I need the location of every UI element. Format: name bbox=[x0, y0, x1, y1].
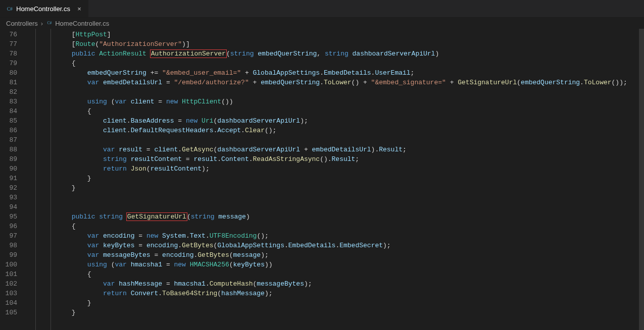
code-line[interactable]: var messageBytes = encoding.GetBytes(mes… bbox=[24, 250, 627, 260]
line-number: 79 bbox=[0, 59, 17, 68]
line-number: 95 bbox=[0, 212, 17, 222]
line-number: 82 bbox=[0, 87, 17, 97]
code-line[interactable]: [Route("AuthorizationServer")] bbox=[24, 39, 627, 49]
line-number: 87 bbox=[0, 135, 17, 145]
code-line[interactable]: { bbox=[24, 269, 627, 279]
line-number: 77 bbox=[0, 39, 17, 49]
line-number: 96 bbox=[0, 222, 17, 231]
code-line[interactable]: using (var hmacsha1 = new HMACSHA256(key… bbox=[24, 260, 627, 269]
line-number: 83 bbox=[0, 97, 17, 106]
line-number: 78 bbox=[0, 49, 17, 59]
tab-homecontroller[interactable]: C# HomeController.cs × bbox=[0, 0, 89, 17]
code-area[interactable]: [HttpPost] [Route("AuthorizationServer")… bbox=[24, 29, 627, 330]
breadcrumb-seg-controllers[interactable]: Controllers bbox=[6, 20, 38, 27]
close-icon[interactable]: × bbox=[75, 5, 83, 13]
code-line[interactable]: return Json(resultContent); bbox=[24, 164, 627, 174]
line-number: 94 bbox=[0, 202, 17, 212]
code-line[interactable]: using (var client = new HttpClient()) bbox=[24, 97, 627, 106]
line-number: 102 bbox=[0, 279, 17, 289]
code-line[interactable]: public ActionResult AuthorizationServer(… bbox=[24, 49, 627, 59]
line-number: 85 bbox=[0, 116, 17, 126]
breadcrumb: Controllers › C# HomeController.cs bbox=[0, 18, 644, 29]
code-line[interactable]: public string GetSignatureUrl(string mes… bbox=[24, 212, 627, 222]
tab-bar: C# HomeController.cs × bbox=[0, 0, 644, 18]
code-line[interactable]: } bbox=[24, 308, 627, 317]
line-number: 100 bbox=[0, 260, 17, 269]
code-line[interactable]: { bbox=[24, 106, 627, 116]
code-line[interactable]: embedQuerString += "&embed_user_email=" … bbox=[24, 68, 627, 78]
highlight-box: AuthorizationServer bbox=[150, 49, 227, 58]
code-line[interactable]: var hashMessage = hmacsha1.ComputeHash(m… bbox=[24, 279, 627, 289]
csharp-file-icon: C# bbox=[46, 20, 53, 27]
line-number: 84 bbox=[0, 106, 17, 116]
svg-text:C#: C# bbox=[7, 6, 13, 12]
line-number: 86 bbox=[0, 126, 17, 135]
line-number: 92 bbox=[0, 183, 17, 193]
code-line[interactable]: client.DefaultRequestHeaders.Accept.Clea… bbox=[24, 126, 627, 135]
code-line[interactable]: var encoding = new System.Text.UTF8Encod… bbox=[24, 231, 627, 241]
line-number: 101 bbox=[0, 269, 17, 279]
line-number: 98 bbox=[0, 241, 17, 250]
code-line[interactable]: var embedDetailsUrl = "/embed/authorize?… bbox=[24, 78, 627, 87]
line-number: 80 bbox=[0, 68, 17, 78]
code-line[interactable]: var keyBytes = encoding.GetBytes(GlobalA… bbox=[24, 241, 627, 250]
code-line[interactable]: } bbox=[24, 183, 627, 193]
code-line[interactable] bbox=[24, 87, 627, 97]
line-number-gutter: 7677787980818283848586878889909192939495… bbox=[0, 29, 24, 330]
code-line[interactable]: return Convert.ToBase64String(hashMessag… bbox=[24, 289, 627, 298]
line-number: 91 bbox=[0, 174, 17, 183]
code-line[interactable]: string resultContent = result.Content.Re… bbox=[24, 154, 627, 164]
code-line[interactable] bbox=[24, 202, 627, 212]
line-number: 93 bbox=[0, 193, 17, 202]
line-number: 90 bbox=[0, 164, 17, 174]
highlight-box: GetSignatureUrl bbox=[126, 212, 187, 221]
line-number: 97 bbox=[0, 231, 17, 241]
code-line[interactable]: [HttpPost] bbox=[24, 30, 627, 39]
breadcrumb-seg-file[interactable]: HomeController.cs bbox=[55, 20, 109, 27]
line-number: 103 bbox=[0, 289, 17, 298]
line-number: 76 bbox=[0, 30, 17, 39]
line-number: 81 bbox=[0, 78, 17, 87]
code-line[interactable]: client.BaseAddress = new Uri(dashboardSe… bbox=[24, 116, 627, 126]
line-number: 105 bbox=[0, 308, 17, 317]
code-editor[interactable]: 7677787980818283848586878889909192939495… bbox=[0, 29, 644, 330]
line-number: 99 bbox=[0, 250, 17, 260]
scrollbar[interactable] bbox=[639, 29, 644, 330]
csharp-file-icon: C# bbox=[5, 5, 13, 13]
line-number: 104 bbox=[0, 298, 17, 308]
code-line[interactable]: } bbox=[24, 298, 627, 308]
code-line[interactable] bbox=[24, 193, 627, 202]
code-line[interactable] bbox=[24, 135, 627, 145]
code-line[interactable]: var result = client.GetAsync(dashboardSe… bbox=[24, 145, 627, 154]
line-number: 88 bbox=[0, 145, 17, 154]
chevron-right-icon: › bbox=[40, 20, 44, 27]
code-line[interactable]: } bbox=[24, 174, 627, 183]
line-number: 89 bbox=[0, 154, 17, 164]
tab-filename: HomeController.cs bbox=[16, 5, 70, 13]
code-line[interactable]: { bbox=[24, 222, 627, 231]
svg-text:C#: C# bbox=[47, 21, 52, 25]
code-line[interactable]: { bbox=[24, 59, 627, 68]
